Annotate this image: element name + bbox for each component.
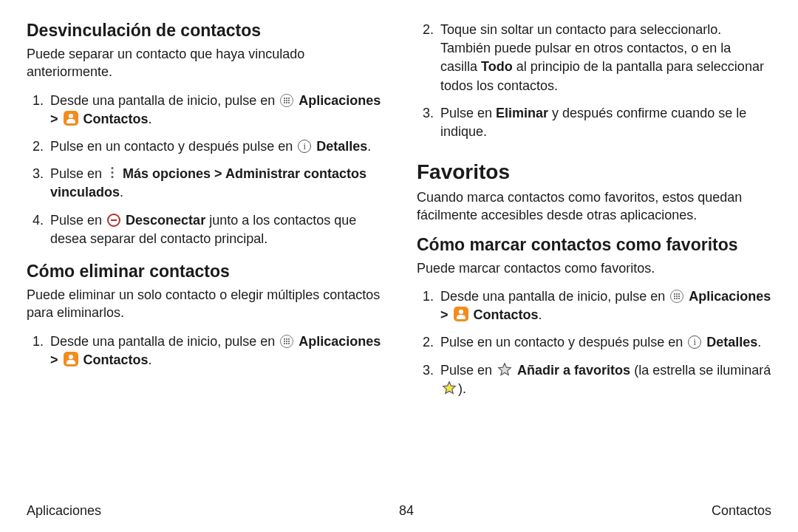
- footer-right: Contactos: [712, 503, 771, 519]
- apps-icon: [280, 94, 293, 107]
- text: Desde una pantalla de inicio, pulse en: [50, 93, 279, 108]
- step-1: Desde una pantalla de inicio, pulse en A…: [47, 92, 381, 129]
- text: Pulse en: [50, 213, 106, 228]
- text: Pulse en: [50, 166, 106, 181]
- separator: >: [50, 112, 62, 126]
- apps-label: Aplicaciones: [299, 93, 381, 108]
- svg-marker-0: [499, 363, 511, 375]
- todo-label: Todo: [481, 59, 513, 74]
- heading-favorites: Favoritos: [417, 160, 771, 184]
- more-label: Más opciones: [123, 166, 211, 181]
- apps-label: Aplicaciones: [689, 289, 771, 304]
- contacts-label: Contactos: [83, 352, 149, 367]
- text: Pulse en un contacto y después pulse en: [50, 139, 296, 154]
- info-icon: [298, 140, 311, 153]
- text: Desde una pantalla de inicio, pulse en: [50, 334, 279, 349]
- footer-left: Aplicaciones: [27, 503, 101, 519]
- step-4: Pulse en Desconectar junto a los contact…: [47, 211, 381, 248]
- text: Pulse en un contacto y después pulse en: [440, 335, 686, 349]
- dot: .: [120, 185, 123, 200]
- apps-label: Aplicaciones: [299, 334, 381, 349]
- star-outline-icon: [497, 362, 512, 377]
- para-favorites: Cuando marca contactos como favoritos, e…: [417, 188, 771, 225]
- contacts-icon: [64, 352, 78, 366]
- dot: .: [367, 139, 371, 154]
- details-label: Detalles: [316, 139, 367, 154]
- contacts-icon: [64, 111, 78, 126]
- more-icon: [107, 167, 117, 180]
- step-3: Pulse en Añadir a favoritos (la estrella…: [437, 361, 771, 398]
- step-3: Pulse en Eliminar y después confirme cua…: [437, 104, 771, 141]
- details-label: Detalles: [706, 335, 757, 349]
- dot: .: [539, 307, 542, 322]
- text: Desde una pantalla de inicio, pulse en: [440, 289, 669, 304]
- apps-icon: [670, 290, 683, 303]
- dot: .: [149, 112, 152, 126]
- para-delete: Puede eliminar un solo contacto o elegir…: [27, 286, 381, 322]
- steps-mark-fav: Desde una pantalla de inicio, pulse en A…: [417, 287, 771, 398]
- text: Pulse en: [440, 106, 496, 120]
- separator: >: [440, 307, 452, 322]
- separator: >: [211, 166, 225, 181]
- steps-delete-cont: Toque sin soltar un contacto para selecc…: [417, 21, 771, 141]
- contacts-label: Contactos: [474, 307, 539, 322]
- disconnect-label: Desconectar: [126, 213, 205, 228]
- apps-icon: [280, 335, 293, 348]
- step-1: Desde una pantalla de inicio, pulse en A…: [437, 287, 771, 324]
- info-icon: [688, 335, 701, 349]
- step-2: Pulse en un contacto y después pulse en …: [47, 137, 381, 156]
- star-filled-icon: [442, 381, 457, 395]
- para-mark-fav: Puede marcar contactos como favoritos.: [417, 259, 771, 277]
- heading-delete: Cómo eliminar contactos: [27, 262, 381, 282]
- text: ).: [458, 381, 466, 396]
- dot: .: [757, 335, 761, 349]
- heading-unlink: Desvinculación de contactos: [27, 21, 381, 41]
- step-2: Pulse en un contacto y después pulse en …: [437, 333, 771, 352]
- addfav-label: Añadir a favoritos: [517, 363, 630, 378]
- steps-unlink: Desde una pantalla de inicio, pulse en A…: [27, 92, 381, 248]
- right-column: Toque sin soltar un contacto para selecc…: [417, 21, 771, 495]
- contacts-icon: [454, 307, 468, 321]
- step-1: Desde una pantalla de inicio, pulse en A…: [47, 332, 381, 369]
- left-column: Desvinculación de contactos Puede separa…: [27, 21, 381, 495]
- disconnect-icon: [107, 214, 120, 227]
- footer-page-number: 84: [399, 503, 414, 519]
- steps-delete: Desde una pantalla de inicio, pulse en A…: [27, 332, 381, 369]
- text: Pulse en: [440, 363, 496, 378]
- page-footer: Aplicaciones 84 Contactos: [0, 503, 798, 519]
- text: (la estrella se iluminará: [634, 363, 771, 378]
- step-3: Pulse en Más opciones > Administrar cont…: [47, 165, 381, 202]
- eliminar-label: Eliminar: [496, 106, 548, 120]
- para-unlink: Puede separar un contacto que haya vincu…: [27, 45, 381, 81]
- separator: >: [50, 352, 62, 367]
- step-2: Toque sin soltar un contacto para selecc…: [437, 21, 771, 95]
- svg-marker-1: [443, 381, 456, 393]
- contacts-label: Contactos: [83, 112, 149, 126]
- dot: .: [149, 352, 152, 367]
- heading-mark-fav: Cómo marcar contactos como favoritos: [417, 235, 771, 255]
- page-body: Desvinculación de contactos Puede separa…: [0, 0, 798, 495]
